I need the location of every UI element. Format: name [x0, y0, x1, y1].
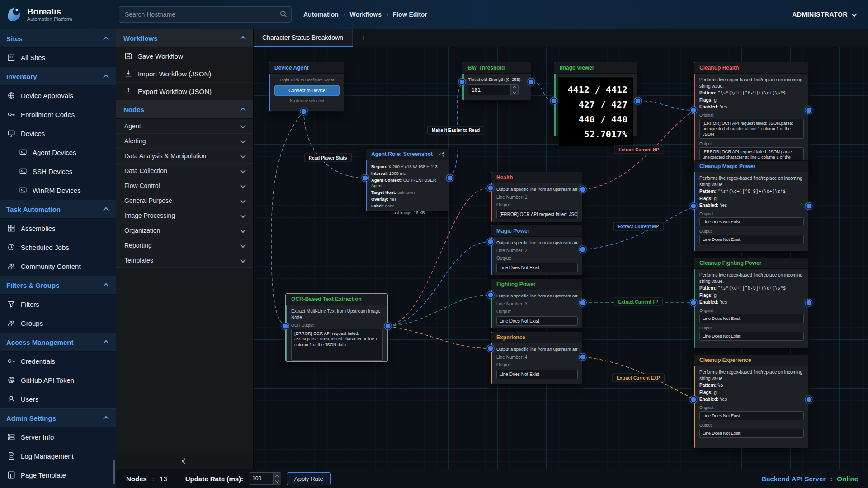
sidebar-item-page-template[interactable]: Page Template: [0, 465, 116, 484]
sidebar-item-github-api-token[interactable]: GitHub API Token: [0, 371, 116, 389]
sidebar-section-task-automation[interactable]: Task Automation: [0, 200, 116, 219]
tab-character-status-breakdown[interactable]: Character Status Breakdown: [253, 29, 353, 47]
port-agent-role-output[interactable]: [447, 175, 453, 182]
sidebar-item-devices[interactable]: Devices: [0, 124, 116, 143]
node-category-organization[interactable]: Organization: [116, 223, 253, 238]
port-cleanup-fighting-output[interactable]: [806, 300, 812, 306]
node-category-agent[interactable]: Agent: [116, 119, 253, 134]
node-cleanup-health[interactable]: Cleanup Health Performs live regex-based…: [693, 62, 809, 175]
output-field[interactable]: Line Does Not Exist: [699, 429, 804, 438]
node-agent-role-screenshot[interactable]: Agent Role: Screenshot Region: X:200 Y:4…: [365, 148, 450, 211]
output-field[interactable]: [ERROR] OCR API request failed: JSON.par: [496, 210, 578, 220]
node-category-templates[interactable]: Templates: [116, 253, 253, 268]
sidebar-scrollbar[interactable]: [113, 460, 115, 484]
number-spinner[interactable]: [273, 473, 281, 484]
port-health-output[interactable]: [580, 186, 586, 193]
sidebar-item-users[interactable]: Users: [0, 389, 116, 408]
original-field[interactable]: Line Does Not Exist: [699, 411, 804, 420]
sidebar-item-agent-devices[interactable]: Agent Devices: [0, 143, 116, 162]
import-workflow-button[interactable]: Import Workflow (JSON): [116, 65, 253, 83]
sidebar-item-filters[interactable]: Filters: [0, 295, 116, 314]
port-cleanup-health-output[interactable]: [806, 107, 812, 114]
sidebar-item-assemblies[interactable]: Assemblies: [0, 219, 116, 238]
sidebar-item-ssh-devices[interactable]: SSH Devices: [0, 162, 116, 181]
sidebar-item-credentials[interactable]: Credentials: [0, 352, 116, 371]
sidebar-section-inventory[interactable]: Inventory: [0, 67, 116, 86]
node-cleanup-fighting-power[interactable]: Cleanup Fighting Power Performs live reg…: [693, 257, 809, 348]
original-field[interactable]: Line Does Not Exist: [699, 314, 804, 323]
sidebar-section-sites[interactable]: Sites: [0, 29, 116, 48]
node-category-reporting[interactable]: Reporting: [116, 238, 253, 253]
collapse-panel-button[interactable]: [116, 453, 253, 469]
sidebar-item-device-approvals[interactable]: Device Approvals: [0, 86, 116, 105]
flow-canvas[interactable]: Read Player Stats Make it Easier to Read…: [253, 47, 868, 469]
node-device-agent[interactable]: Device Agent Right-Click to Configure Ag…: [269, 62, 344, 112]
output-field[interactable]: Line Does Not Exist: [496, 263, 578, 273]
output-field[interactable]: Line Does Not Exist: [699, 332, 804, 341]
breadcrumb-item-automation[interactable]: Automation: [303, 11, 339, 18]
number-spinner[interactable]: [510, 85, 518, 95]
port-health-input[interactable]: [487, 185, 494, 192]
sidebar-section-access-management[interactable]: Access Management: [0, 333, 116, 352]
port-cleanup-experience-output[interactable]: [806, 396, 812, 403]
node-cleanup-magic-power[interactable]: Cleanup Magic Power Performs live regex-…: [693, 160, 809, 252]
port-cleanup-experience-input[interactable]: [690, 396, 697, 403]
port-bw-threshold-output[interactable]: [528, 79, 535, 85]
output-field[interactable]: Line Does Not Exist: [496, 370, 578, 380]
sidebar-item-all-sites[interactable]: All Sites: [0, 48, 116, 67]
original-field[interactable]: [ERROR] OCR API request failed: JSON.par…: [699, 119, 804, 139]
node-category-general-purpose[interactable]: General Purpose: [116, 193, 253, 208]
save-workflow-button[interactable]: Save Workflow: [116, 47, 253, 65]
sidebar-item-server-info[interactable]: Server Info: [0, 427, 116, 446]
original-field[interactable]: Line Does Not Exist: [699, 217, 804, 226]
node-ocr-text-extraction[interactable]: OCR-Based Text Extraction Extract Multi-…: [285, 293, 388, 362]
search-input[interactable]: [119, 6, 292, 23]
sidebar-section-filters-groups[interactable]: Filters & Groups: [0, 276, 116, 295]
node-experience[interactable]: Experience Output a specific line from a…: [491, 332, 583, 384]
breadcrumb-item-workflows[interactable]: Workflows: [349, 11, 382, 18]
port-cleanup-magic-output[interactable]: [806, 203, 812, 210]
workflows-section-header[interactable]: Workflows: [116, 29, 253, 47]
port-ocr-input[interactable]: [282, 323, 289, 330]
sidebar-item-log-management[interactable]: Log Management: [0, 446, 116, 465]
sidebar-item-enrollment-codes[interactable]: Enrollment Codes: [0, 105, 116, 124]
port-fighting-power-input[interactable]: [487, 292, 494, 299]
node-image-viewer[interactable]: Image Viewer 4412 / 4412 427 / 427 440 /…: [554, 62, 638, 137]
connect-to-device-button[interactable]: Connect to Device: [274, 85, 340, 96]
nodes-section-header[interactable]: Nodes: [116, 100, 253, 119]
port-experience-output[interactable]: [580, 354, 586, 361]
port-ocr-output[interactable]: [385, 323, 392, 330]
apply-rate-button[interactable]: Apply Rate: [287, 472, 331, 485]
node-fighting-power[interactable]: Fighting Power Output a specific line fr…: [491, 278, 583, 329]
port-image-viewer-input[interactable]: [551, 98, 557, 104]
port-agent-role-input[interactable]: [362, 175, 369, 182]
port-magic-power-output[interactable]: [580, 246, 586, 253]
port-device-agent-output[interactable]: [301, 108, 307, 115]
port-image-viewer-output[interactable]: [635, 98, 642, 104]
port-fighting-power-output[interactable]: [580, 300, 586, 306]
sidebar-item-winrm-devices[interactable]: WinRM Devices: [0, 181, 116, 200]
port-bw-threshold-input[interactable]: [459, 79, 466, 85]
export-workflow-button[interactable]: Export Workflow (JSON): [116, 83, 253, 100]
port-experience-input[interactable]: [487, 345, 494, 352]
output-field[interactable]: Line Does Not Exist: [699, 235, 804, 244]
user-menu[interactable]: ADMINISTRATOR: [792, 11, 856, 18]
sidebar-section-admin-settings[interactable]: Admin Settings: [0, 408, 116, 427]
breadcrumb-item-flow-editor[interactable]: Flow Editor: [393, 11, 427, 18]
port-cleanup-fighting-input[interactable]: [690, 300, 697, 306]
output-field[interactable]: Line Does Not Exist: [496, 316, 578, 326]
port-cleanup-magic-input[interactable]: [690, 203, 697, 210]
port-cleanup-health-input[interactable]: [690, 107, 697, 114]
sidebar-item-community-content[interactable]: Community Content: [0, 257, 116, 276]
node-magic-power[interactable]: Magic Power Output a specific line from …: [491, 225, 583, 276]
node-category-flow-control[interactable]: Flow Control: [116, 178, 253, 193]
node-category-image-processing[interactable]: Image Processing: [116, 208, 253, 223]
share-nodes-icon[interactable]: [439, 151, 445, 157]
node-category-data-analysis[interactable]: Data Analysis & Manipulation: [116, 149, 253, 164]
sidebar-item-groups[interactable]: Groups: [0, 314, 116, 333]
node-category-data-collection[interactable]: Data Collection: [116, 164, 253, 178]
node-cleanup-experience[interactable]: Cleanup Experience Performs live regex-b…: [693, 354, 809, 448]
node-category-alerting[interactable]: Alerting: [116, 134, 253, 149]
ocr-output-field[interactable]: [ERROR] OCR API request failed: JSON.par…: [291, 329, 383, 361]
port-magic-power-input[interactable]: [487, 239, 494, 245]
